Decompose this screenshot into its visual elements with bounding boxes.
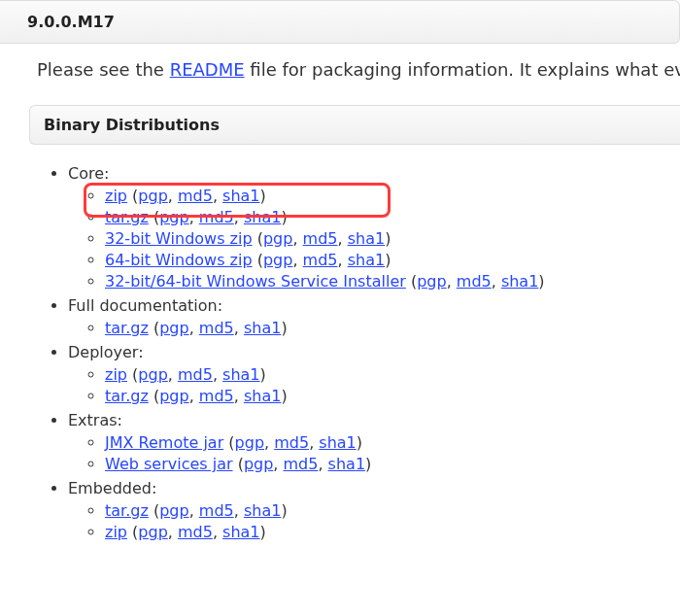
download-item: zip (pgp, md5, sha1) (105, 187, 680, 205)
signature-links: (pgp, md5, sha1) (257, 229, 391, 248)
group-label: Full documentation: (68, 296, 222, 315)
signature-links: (pgp, md5, sha1) (153, 387, 288, 405)
signature-links: (pgp, md5, sha1) (153, 208, 288, 226)
signature-links: (pgp, md5, sha1) (132, 187, 266, 205)
download-items: zip (pgp, md5, sha1)tar.gz (pgp, md5, sh… (105, 187, 680, 291)
sha1-link[interactable]: sha1 (501, 272, 538, 291)
download-item: JMX Remote jar (pgp, md5, sha1) (105, 433, 680, 452)
download-item: 64-bit Windows zip (pgp, md5, sha1) (105, 251, 680, 269)
pgp-link[interactable]: pgp (138, 187, 167, 205)
download-link[interactable]: Web services jar (105, 455, 233, 473)
md5-link[interactable]: md5 (178, 523, 213, 541)
pgp-link[interactable]: pgp (159, 319, 188, 337)
download-item: 32-bit/64-bit Windows Service Installer … (105, 272, 680, 291)
download-item: zip (pgp, md5, sha1) (105, 523, 680, 541)
download-link[interactable]: tar.gz (105, 501, 149, 520)
download-link[interactable]: zip (105, 523, 127, 541)
pgp-link[interactable]: pgp (263, 229, 292, 248)
signature-links: (pgp, md5, sha1) (411, 272, 545, 291)
distribution-group: Deployer:zip (pgp, md5, sha1)tar.gz (pgp… (68, 343, 680, 405)
signature-links: (pgp, md5, sha1) (257, 251, 391, 269)
download-item: Web services jar (pgp, md5, sha1) (105, 455, 680, 473)
pgp-link[interactable]: pgp (263, 251, 292, 269)
download-link[interactable]: JMX Remote jar (105, 433, 223, 452)
download-link[interactable]: zip (105, 365, 127, 384)
md5-link[interactable]: md5 (199, 208, 234, 226)
sha1-link[interactable]: sha1 (244, 208, 281, 226)
md5-link[interactable]: md5 (199, 501, 234, 520)
download-item: tar.gz (pgp, md5, sha1) (105, 319, 680, 337)
readme-link[interactable]: README (170, 59, 245, 80)
download-link[interactable]: tar.gz (105, 387, 149, 405)
sha1-link[interactable]: sha1 (244, 319, 281, 337)
download-items: JMX Remote jar (pgp, md5, sha1)Web servi… (105, 433, 680, 473)
signature-links: (pgp, md5, sha1) (153, 319, 288, 337)
distribution-group: Core:zip (pgp, md5, sha1)tar.gz (pgp, md… (68, 164, 680, 291)
version-title: 9.0.0.M17 (0, 0, 680, 44)
sha1-link[interactable]: sha1 (328, 455, 365, 473)
sha1-link[interactable]: sha1 (222, 365, 259, 384)
binaries-heading: Binary Distributions (29, 105, 680, 145)
distribution-group: Extras:JMX Remote jar (pgp, md5, sha1)We… (68, 411, 680, 473)
signature-links: (pgp, md5, sha1) (153, 501, 288, 520)
download-item: tar.gz (pgp, md5, sha1) (105, 501, 680, 520)
download-link[interactable]: tar.gz (105, 319, 149, 337)
download-link[interactable]: zip (105, 187, 127, 205)
download-item: zip (pgp, md5, sha1) (105, 365, 680, 384)
group-label: Core: (68, 164, 109, 183)
intro-prefix: Please see the (37, 59, 170, 80)
download-link[interactable]: 32-bit/64-bit Windows Service Installer (105, 272, 406, 291)
sha1-link[interactable]: sha1 (244, 387, 281, 405)
signature-links: (pgp, md5, sha1) (228, 433, 362, 452)
distribution-group: Embedded:tar.gz (pgp, md5, sha1)zip (pgp… (68, 479, 680, 541)
download-link[interactable]: tar.gz (105, 208, 149, 226)
download-items: zip (pgp, md5, sha1)tar.gz (pgp, md5, sh… (105, 365, 680, 405)
signature-links: (pgp, md5, sha1) (238, 455, 372, 473)
pgp-link[interactable]: pgp (159, 208, 188, 226)
sha1-link[interactable]: sha1 (222, 187, 259, 205)
download-item: tar.gz (pgp, md5, sha1) (105, 387, 680, 405)
download-item: tar.gz (pgp, md5, sha1) (105, 208, 680, 226)
sha1-link[interactable]: sha1 (348, 251, 385, 269)
md5-link[interactable]: md5 (199, 387, 234, 405)
md5-link[interactable]: md5 (284, 455, 319, 473)
pgp-link[interactable]: pgp (244, 455, 273, 473)
md5-link[interactable]: md5 (457, 272, 492, 291)
md5-link[interactable]: md5 (303, 251, 338, 269)
md5-link[interactable]: md5 (199, 319, 234, 337)
intro-suffix: file for packaging information. It expla… (245, 59, 680, 80)
download-item: 32-bit Windows zip (pgp, md5, sha1) (105, 229, 680, 248)
download-items: tar.gz (pgp, md5, sha1) (105, 319, 680, 337)
download-items: tar.gz (pgp, md5, sha1)zip (pgp, md5, sh… (105, 501, 680, 541)
distribution-group: Full documentation:tar.gz (pgp, md5, sha… (68, 296, 680, 337)
signature-links: (pgp, md5, sha1) (132, 523, 266, 541)
intro-text: Please see the README file for packaging… (0, 59, 680, 80)
download-link[interactable]: 64-bit Windows zip (105, 251, 253, 269)
distribution-groups: Core:zip (pgp, md5, sha1)tar.gz (pgp, md… (68, 164, 680, 541)
sha1-link[interactable]: sha1 (244, 501, 281, 520)
signature-links: (pgp, md5, sha1) (132, 365, 266, 384)
group-label: Deployer: (68, 343, 144, 361)
group-label: Extras: (68, 411, 122, 429)
pgp-link[interactable]: pgp (235, 433, 264, 452)
pgp-link[interactable]: pgp (417, 272, 446, 291)
md5-link[interactable]: md5 (178, 187, 213, 205)
md5-link[interactable]: md5 (178, 365, 213, 384)
md5-link[interactable]: md5 (303, 229, 338, 248)
pgp-link[interactable]: pgp (138, 523, 167, 541)
md5-link[interactable]: md5 (274, 433, 309, 452)
sha1-link[interactable]: sha1 (222, 523, 259, 541)
sha1-link[interactable]: sha1 (348, 229, 385, 248)
pgp-link[interactable]: pgp (138, 365, 167, 384)
pgp-link[interactable]: pgp (159, 387, 188, 405)
pgp-link[interactable]: pgp (159, 501, 188, 520)
group-label: Embedded: (68, 479, 156, 497)
sha1-link[interactable]: sha1 (319, 433, 356, 452)
download-link[interactable]: 32-bit Windows zip (105, 229, 253, 248)
